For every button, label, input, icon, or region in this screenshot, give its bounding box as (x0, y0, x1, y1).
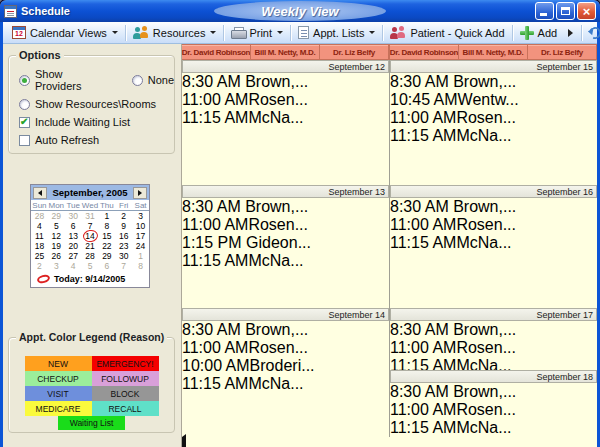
day-column[interactable]: 8:30 AM Brown,... (390, 198, 597, 216)
calendar-day[interactable]: 30 (65, 211, 82, 221)
print-button[interactable]: Print (226, 23, 288, 43)
calendar-day[interactable]: 17 (132, 231, 149, 241)
day-column[interactable]: 11:00 AMRosen... (390, 216, 597, 234)
appointment-entry[interactable]: 11:00 AMRosen... (182, 91, 389, 109)
appointment-entry[interactable]: 11:00 AMRosen... (182, 339, 389, 357)
provider-header[interactable]: Dr. Liz Belfy (527, 44, 597, 60)
day-column[interactable]: 10:00 AMBroderi...11:15 AMMcNa... (182, 357, 389, 393)
auto-refresh-label[interactable]: Auto Refresh (35, 134, 99, 146)
provider-header[interactable]: Dr. David Robinson (182, 44, 251, 60)
calendar-day[interactable]: 27 (65, 251, 82, 261)
calendar-day[interactable]: 29 (48, 211, 65, 221)
horizontal-scrollbar[interactable] (182, 437, 597, 447)
appointment-entry[interactable]: 8:30 AM Brown,... (390, 321, 597, 339)
calendar-day[interactable]: 3 (48, 261, 65, 271)
show-resources-radio[interactable] (19, 99, 30, 110)
calendar-day[interactable]: 2 (31, 261, 48, 271)
calendar-day[interactable]: 31 (82, 211, 99, 221)
appointment-entry[interactable]: 10:45 AMWentw... (390, 91, 597, 109)
calendar-day[interactable]: 18 (31, 241, 48, 251)
patient-quick-add-button[interactable]: Patient - Quick Add (385, 23, 509, 43)
calendar-day[interactable]: 25 (31, 251, 48, 261)
calendar-day[interactable]: 1 (98, 211, 115, 221)
day-column[interactable]: 11:00 AMRosen... (182, 216, 389, 234)
provider-header[interactable]: Bill M. Netty, M.D. (250, 44, 320, 60)
close-button[interactable]: × (577, 2, 596, 20)
calendar-day[interactable]: 23 (115, 241, 132, 251)
appointment-entry[interactable]: 8:30 AM Brown,... (182, 321, 389, 339)
next-month-button[interactable] (133, 187, 147, 199)
day-column[interactable]: 8:30 AM Brown,... (390, 73, 597, 91)
calendar-day[interactable]: 2 (115, 211, 132, 221)
calendar-day[interactable]: 20 (65, 241, 82, 251)
minimize-button[interactable] (535, 2, 554, 20)
appointment-entry[interactable]: 11:15 AMMcNa... (182, 252, 389, 270)
calendar-today-row[interactable]: Today: 9/14/2005 (31, 271, 149, 287)
calendar-day[interactable]: 15 (98, 231, 115, 241)
day-column[interactable]: 8:30 AM Brown,... (390, 321, 597, 339)
appointment-entry[interactable]: 11:00 AMRosen... (390, 339, 597, 357)
show-providers-radio[interactable] (19, 75, 30, 86)
scroll-left-button[interactable] (182, 437, 597, 447)
day-column[interactable]: 10:45 AMWentw...11:00 AMRosen... (390, 91, 597, 127)
appointment-entry[interactable]: 11:15 AMMcNa... (390, 127, 597, 145)
calendar-day[interactable]: 19 (48, 241, 65, 251)
calendar-day[interactable]: 13 (65, 231, 82, 241)
day-column[interactable]: 8:30 AM Brown,... (390, 383, 597, 401)
day-column[interactable]: 11:00 AMRosen... (390, 339, 597, 357)
appointment-entry[interactable]: 1:15 PM Gideon... (182, 234, 389, 252)
day-column[interactable]: 8:30 AM Brown,... (182, 198, 389, 216)
calendar-day[interactable]: 28 (31, 211, 48, 221)
day-column[interactable]: 11:00 AMRosen... (182, 339, 389, 357)
calendar-day[interactable]: 8 (98, 221, 115, 231)
day-column[interactable]: 11:00 AMRosen... (390, 401, 597, 419)
none-label[interactable]: None (148, 74, 174, 86)
calendar-day[interactable]: 26 (48, 251, 65, 261)
appointment-entry[interactable]: 11:00 AMRosen... (390, 401, 597, 419)
titlebar[interactable]: Schedule Weekly View × (0, 0, 600, 22)
calendar-day[interactable]: 7 (115, 261, 132, 271)
appointment-entry[interactable]: 11:15 AMMcNa... (390, 234, 597, 252)
calendar-day[interactable]: 12 (48, 231, 65, 241)
calendar-day[interactable]: 21 (82, 241, 99, 251)
day-column[interactable]: 11:15 AMMcNa... (390, 419, 597, 437)
calendar-day[interactable]: 22 (98, 241, 115, 251)
calendar-day[interactable]: 4 (65, 261, 82, 271)
calendar-day[interactable]: 24 (132, 241, 149, 251)
calendar-day[interactable]: 3 (132, 211, 149, 221)
refresh-button[interactable]: Refresh (584, 23, 600, 43)
appt-lists-button[interactable]: Appt. Lists (293, 23, 380, 43)
provider-header[interactable]: Dr. David Robinson (389, 44, 459, 60)
provider-header[interactable]: Bill M. Netty, M.D. (458, 44, 528, 60)
calendar-day[interactable]: 28 (82, 251, 99, 261)
day-column[interactable]: 11:15 AMMcNa... (390, 127, 597, 145)
none-radio[interactable] (132, 75, 143, 86)
calendar-day[interactable]: 6 (98, 261, 115, 271)
appointment-entry[interactable]: 8:30 AM Brown,... (390, 198, 597, 216)
appointment-entry[interactable]: 8:30 AM Brown,... (390, 383, 597, 401)
calendar-day[interactable]: 14 (82, 231, 99, 241)
show-providers-label[interactable]: Show Providers (35, 68, 111, 92)
calendar-day[interactable]: 1 (132, 251, 149, 261)
day-column[interactable]: 11:00 AMRosen... (182, 91, 389, 109)
appointment-entry[interactable]: 11:00 AMRosen... (182, 216, 389, 234)
appointment-entry[interactable]: 8:30 AM Brown,... (182, 198, 389, 216)
appointment-entry[interactable]: 8:30 AM Brown,... (390, 73, 597, 91)
provider-header[interactable]: Dr. Liz Belfy (319, 44, 389, 60)
appointment-entry[interactable]: 11:15 AMMcNa... (390, 419, 597, 437)
calendar-day[interactable]: 30 (115, 251, 132, 261)
calendar-day[interactable]: 29 (98, 251, 115, 261)
resources-button[interactable]: Resources (128, 23, 222, 43)
day-column[interactable]: 1:15 PM Gideon...11:15 AMMcNa... (182, 234, 389, 270)
appointment-entry[interactable]: 8:30 AM Brown,... (182, 73, 389, 91)
calendar-day[interactable]: 10 (132, 221, 149, 231)
calendar-day[interactable]: 9 (115, 221, 132, 231)
auto-refresh-checkbox[interactable] (19, 135, 30, 146)
calendar-views-button[interactable]: Calendar Views (7, 23, 123, 43)
include-waiting-label[interactable]: Include Waiting List (35, 116, 130, 128)
calendar-day[interactable]: 11 (31, 231, 48, 241)
day-column[interactable]: 11:15 AMMcNa... (182, 109, 389, 127)
day-column[interactable]: 11:15 AMMcNa... (390, 234, 597, 252)
appointment-entry[interactable]: 11:15 AMMcNa... (182, 375, 389, 393)
add-button[interactable]: Add (515, 23, 563, 43)
